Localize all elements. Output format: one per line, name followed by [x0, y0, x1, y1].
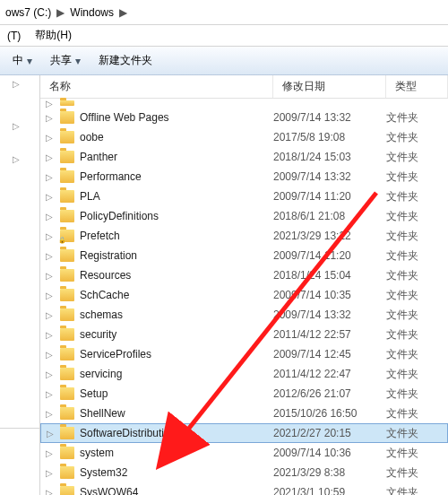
file-type: 文件夹 — [386, 110, 448, 126]
table-row[interactable]: ▷system2009/7/14 10:36文件夹 — [40, 443, 448, 463]
file-name: schemas — [80, 308, 273, 321]
tree-pane[interactable]: ▷ ▷ ▷ — [0, 75, 40, 495]
column-type[interactable]: 类型 — [386, 75, 448, 98]
tree-expand-icon[interactable]: ▷ — [46, 251, 53, 261]
tree-expand-icon[interactable]: ▷ — [0, 79, 39, 89]
table-row[interactable]: ▷Performance2009/7/14 13:32文件夹 — [40, 167, 448, 187]
breadcrumb-seg-drive[interactable]: ows7 (C:) — [4, 6, 53, 19]
table-row[interactable]: ▷schemas2009/7/14 13:32文件夹 — [40, 305, 448, 325]
file-date: 2009/7/14 13:32 — [273, 170, 386, 183]
table-row[interactable]: ▷System322021/3/29 8:38文件夹 — [40, 463, 448, 482]
table-row[interactable]: ▷ — [40, 99, 448, 108]
file-type: 文件夹 — [386, 248, 448, 264]
file-list[interactable]: ▷▷Offline Web Pages2009/7/14 13:32文件夹▷oo… — [40, 99, 448, 495]
file-type: 文件夹 — [386, 426, 447, 441]
file-type: 文件夹 — [386, 229, 448, 244]
file-date: 2011/4/12 22:47 — [273, 368, 386, 380]
tree-expand-icon[interactable]: ▷ — [0, 154, 39, 164]
tree-expand-icon[interactable]: ▷ — [46, 291, 53, 300]
tree-expand-icon[interactable]: ▷ — [46, 231, 53, 241]
tree-expand-icon[interactable]: ▷ — [46, 152, 53, 162]
file-name: system — [80, 447, 273, 459]
tree-expand-icon[interactable]: ▷ — [46, 488, 53, 496]
file-name: oobe — [80, 131, 273, 143]
folder-icon — [60, 466, 74, 479]
tree-expand-icon[interactable]: ▷ — [46, 113, 53, 123]
file-date: 2021/3/1 10:59 — [273, 486, 386, 495]
table-row[interactable]: ▷Registration2009/7/14 11:20文件夹 — [40, 246, 448, 265]
table-row[interactable]: ▷security2011/4/12 22:57文件夹 — [40, 325, 448, 344]
file-type: 文件夹 — [386, 169, 448, 185]
tree-expand-icon[interactable]: ▷ — [46, 448, 53, 458]
tree-expand-icon[interactable]: ▷ — [46, 369, 53, 379]
tree-expand-icon[interactable]: ▷ — [46, 133, 53, 143]
menu-help[interactable]: 帮助(H) — [28, 28, 79, 43]
tree-expand-icon[interactable]: ▷ — [0, 121, 39, 131]
file-name: PolicyDefinitions — [80, 210, 273, 222]
menu-tools[interactable]: (T) — [0, 30, 28, 42]
tree-expand-icon[interactable]: ▷ — [46, 271, 53, 281]
file-date: 2018/1/24 15:04 — [273, 269, 386, 282]
breadcrumb[interactable]: ows7 (C:) ▶ Windows ▶ — [0, 0, 448, 25]
tree-expand-icon[interactable]: ▷ — [46, 350, 53, 360]
file-name: ServiceProfiles — [80, 348, 273, 360]
table-row[interactable]: ▷Offline Web Pages2009/7/14 13:32文件夹 — [40, 108, 448, 127]
toolbar-new-folder[interactable]: 新建文件夹 — [90, 47, 161, 74]
table-row[interactable]: ▷SoftwareDistribution2021/2/27 20:15文件夹 — [40, 423, 448, 443]
tree-expand-icon[interactable]: ▷ — [46, 99, 53, 109]
toolbar-include[interactable]: 中▾ — [4, 47, 41, 74]
file-type: 文件夹 — [386, 465, 448, 481]
folder-icon — [60, 387, 74, 400]
column-name[interactable]: 名称 — [40, 75, 273, 98]
file-type: 文件夹 — [386, 209, 448, 224]
tree-expand-icon[interactable]: ▷ — [46, 409, 53, 419]
file-date: 2011/4/12 22:57 — [273, 328, 386, 341]
file-name: Performance — [80, 170, 273, 183]
file-type: 文件夹 — [386, 347, 448, 362]
file-date: 2018/1/24 15:03 — [273, 151, 386, 163]
column-modified[interactable]: 修改日期 — [273, 75, 386, 98]
file-name: SysWOW64 — [80, 486, 273, 495]
tree-expand-icon[interactable]: ▷ — [46, 468, 53, 478]
table-row[interactable]: ▷Panther2018/1/24 15:03文件夹 — [40, 147, 448, 167]
file-date: 2009/7/14 13:32 — [273, 111, 386, 124]
table-row[interactable]: ▷SysWOW642021/3/1 10:59文件夹 — [40, 482, 448, 495]
file-date: 2015/10/26 16:50 — [273, 407, 386, 420]
file-name: Resources — [80, 269, 273, 282]
tree-expand-icon[interactable]: ▷ — [46, 330, 53, 340]
tree-expand-icon[interactable]: ▷ — [46, 172, 53, 182]
breadcrumb-seg-folder[interactable]: Windows — [68, 6, 116, 19]
table-row[interactable]: ▷servicing2011/4/12 22:47文件夹 — [40, 364, 448, 384]
tree-expand-icon[interactable]: ▷ — [46, 192, 53, 202]
table-row[interactable]: ▷Setup2012/6/26 21:07文件夹 — [40, 384, 448, 404]
table-row[interactable]: ▷ServiceProfiles2009/7/14 12:45文件夹 — [40, 344, 448, 364]
tree-expand-icon[interactable]: ▷ — [46, 389, 53, 399]
file-name: System32 — [80, 466, 273, 479]
table-row[interactable]: ▷SchCache2009/7/14 10:35文件夹 — [40, 285, 448, 305]
folder-icon — [60, 447, 74, 459]
file-name: SoftwareDistribution — [80, 427, 273, 439]
chevron-down-icon: ▾ — [27, 55, 32, 67]
table-row[interactable]: ▷ShellNew2015/10/26 16:50文件夹 — [40, 404, 448, 423]
table-row[interactable]: ▷Resources2018/1/24 15:04文件夹 — [40, 265, 448, 285]
file-name: PLA — [80, 190, 273, 203]
file-type: 文件夹 — [386, 386, 448, 402]
table-row[interactable]: ▷PolicyDefinitions2018/6/1 21:08文件夹 — [40, 206, 448, 226]
tree-expand-icon[interactable]: ▷ — [47, 429, 54, 439]
folder-icon — [60, 368, 74, 380]
folder-icon — [60, 427, 74, 439]
table-row[interactable]: ▷PLA2009/7/14 11:20文件夹 — [40, 187, 448, 206]
tree-expand-icon[interactable]: ▷ — [46, 310, 53, 320]
tree-expand-icon[interactable]: ▷ — [46, 212, 53, 221]
folder-icon — [60, 289, 74, 301]
file-date: 2021/2/27 20:15 — [273, 427, 386, 439]
chevron-right-icon[interactable]: ▶ — [116, 6, 131, 19]
chevron-right-icon[interactable]: ▶ — [53, 6, 68, 19]
file-date: 2021/3/29 13:22 — [273, 230, 386, 242]
table-row[interactable]: ▷Prefetch2021/3/29 13:22文件夹 — [40, 226, 448, 246]
file-date: 2018/6/1 21:08 — [273, 210, 386, 222]
toolbar-share[interactable]: 共享▾ — [41, 47, 90, 74]
folder-icon — [60, 348, 74, 360]
folder-icon — [60, 407, 74, 420]
table-row[interactable]: ▷oobe2017/5/8 19:08文件夹 — [40, 127, 448, 147]
